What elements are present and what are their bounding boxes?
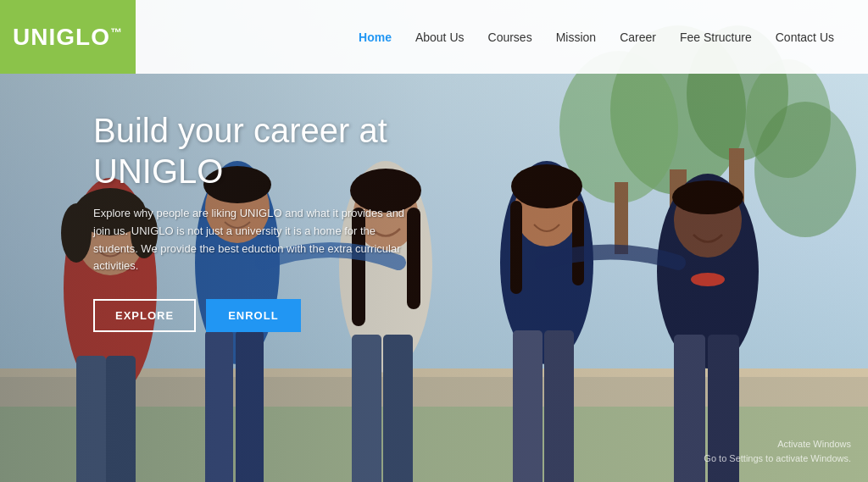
navigation: Home About Us Courses Mission Career Fee… xyxy=(359,30,868,44)
hero-buttons: EXPLORE ENROLL xyxy=(93,299,415,332)
windows-watermark: Activate Windows Go to Settings to activ… xyxy=(704,437,851,465)
nav-courses[interactable]: Courses xyxy=(488,30,532,44)
enroll-button[interactable]: ENROLL xyxy=(206,299,300,332)
watermark-line2: Go to Settings to activate Windows. xyxy=(704,452,851,466)
nav-fee-structure[interactable]: Fee Structure xyxy=(680,30,752,44)
logo[interactable]: UNIGLO™ xyxy=(0,0,136,74)
nav-mission[interactable]: Mission xyxy=(556,30,596,44)
nav-contact[interactable]: Contact Us xyxy=(776,30,834,44)
hero-content: Build your career at UNIGLO Explore why … xyxy=(93,110,415,332)
hero-section: UNIGLO™ Home About Us Courses Mission Ca… xyxy=(0,0,868,482)
explore-button[interactable]: EXPLORE xyxy=(93,299,196,332)
nav-career[interactable]: Career xyxy=(620,30,656,44)
nav-about[interactable]: About Us xyxy=(415,30,465,44)
header: UNIGLO™ Home About Us Courses Mission Ca… xyxy=(0,0,868,74)
hero-subtitle: Explore why people are liking UNIGLO and… xyxy=(93,205,415,275)
watermark-line1: Activate Windows xyxy=(704,437,851,452)
nav-home[interactable]: Home xyxy=(359,30,392,44)
hero-title: Build your career at UNIGLO xyxy=(93,110,415,191)
logo-text: UNIGLO™ xyxy=(13,24,123,51)
